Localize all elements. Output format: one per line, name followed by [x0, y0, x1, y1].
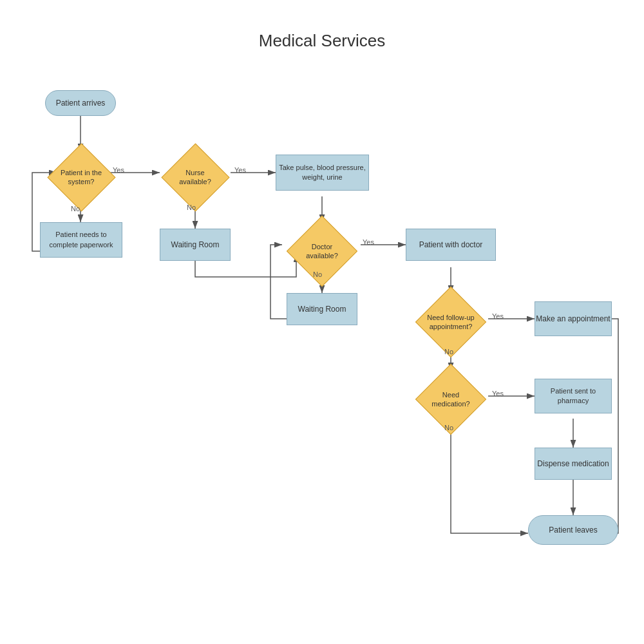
patient-with-doctor-node: Patient with doctor — [406, 229, 496, 261]
dispense-medication-node: Dispense medication — [535, 448, 612, 480]
waiting-room-2-node: Waiting Room — [287, 293, 357, 325]
page-title: Medical Services — [0, 31, 644, 51]
make-appointment-node: Make an appointment — [535, 301, 612, 336]
label-no-4: No — [444, 348, 453, 355]
nurse-available-node: Nurse available? — [158, 148, 232, 206]
label-no-1: No — [71, 205, 80, 213]
patient-in-system-node: Patient in the system? — [44, 148, 118, 206]
label-yes-5: Yes — [492, 390, 504, 397]
label-yes-3: Yes — [363, 238, 374, 246]
patient-needs-paperwork-node: Patient needs to complete paperwork — [40, 222, 122, 258]
patient-leaves-node: Patient leaves — [528, 515, 618, 545]
need-medication-node: Need medication? — [411, 370, 491, 428]
label-no-2: No — [187, 204, 196, 211]
waiting-room-1-node: Waiting Room — [160, 229, 231, 261]
patient-arrives-node: Patient arrives — [45, 90, 116, 116]
label-no-3: No — [313, 270, 322, 278]
take-pulse-node: Take pulse, blood pressure, weight, urin… — [276, 155, 369, 191]
label-yes-1: Yes — [113, 166, 124, 174]
label-no-5: No — [444, 424, 453, 431]
label-yes-2: Yes — [234, 166, 246, 174]
label-yes-4: Yes — [492, 312, 504, 320]
need-followup-node: Need follow-up appointment? — [411, 293, 491, 351]
patient-pharmacy-node: Patient sent to pharmacy — [535, 379, 612, 413]
